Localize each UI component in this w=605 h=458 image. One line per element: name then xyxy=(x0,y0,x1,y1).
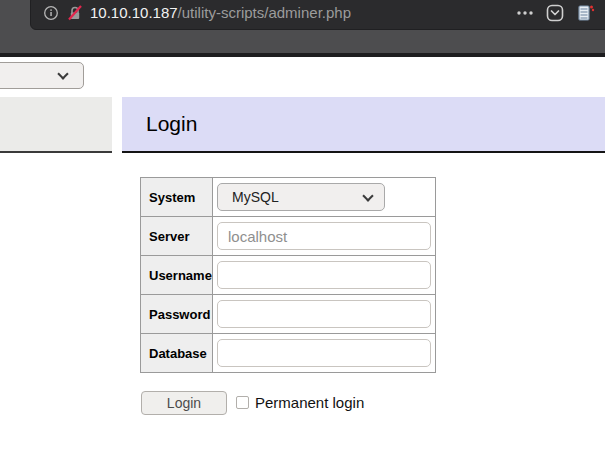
system-select-value: MySQL xyxy=(232,189,279,205)
table-row-username: Username xyxy=(141,256,436,295)
url-text: 10.10.10.187/utility-scripts/adminer.php xyxy=(90,4,351,21)
language-select[interactable] xyxy=(0,62,84,89)
extension-icon[interactable] xyxy=(576,4,595,22)
system-label: System xyxy=(141,178,213,217)
username-label: Username xyxy=(141,256,213,295)
permanent-login-checkbox[interactable] xyxy=(236,396,249,409)
table-row-server: Server xyxy=(141,217,436,256)
database-input[interactable] xyxy=(217,339,431,367)
url-path: /utility-scripts/adminer.php xyxy=(178,4,351,21)
insecure-lock-icon[interactable] xyxy=(66,5,84,21)
site-info-icon[interactable] xyxy=(43,5,59,21)
password-label: Password xyxy=(141,295,213,334)
server-label: Server xyxy=(141,217,213,256)
username-input[interactable] xyxy=(217,261,431,289)
page-actions-icon[interactable] xyxy=(516,5,534,21)
login-form-table: System MySQL Server Username Password Da… xyxy=(140,177,436,373)
toolbar-bottom-edge xyxy=(0,53,605,57)
database-label: Database xyxy=(141,334,213,373)
url-bar[interactable]: 10.10.10.187/utility-scripts/adminer.php xyxy=(30,0,605,30)
login-button[interactable]: Login xyxy=(141,391,227,415)
table-row-password: Password xyxy=(141,295,436,334)
table-row-database: Database xyxy=(141,334,436,373)
url-host: 10.10.10.187 xyxy=(90,4,178,21)
pocket-icon[interactable] xyxy=(545,3,565,23)
browser-toolbar: 10.10.10.187/utility-scripts/adminer.php xyxy=(0,0,605,57)
heading-bar: Login xyxy=(122,97,605,153)
server-input[interactable] xyxy=(217,222,431,250)
logo-box xyxy=(0,97,112,153)
table-row-system: System MySQL xyxy=(141,178,436,217)
page-title: Login xyxy=(146,112,197,136)
permanent-login-label[interactable]: Permanent login xyxy=(255,394,364,411)
chevron-down-icon xyxy=(57,68,68,79)
chevron-down-icon xyxy=(362,190,373,201)
permanent-login-row: Permanent login xyxy=(236,394,364,411)
system-select[interactable]: MySQL xyxy=(217,183,385,211)
password-input[interactable] xyxy=(217,300,431,328)
